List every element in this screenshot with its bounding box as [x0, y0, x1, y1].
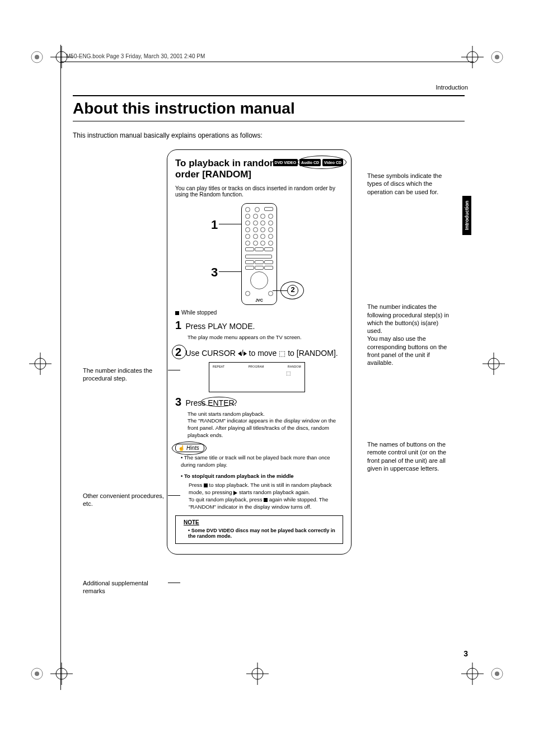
cursor-pointer-icon: ⬚ [279, 349, 285, 358]
sample-intro: You can play titles or tracks on discs i… [175, 185, 343, 198]
cursor-pointer-icon: ⬚ [286, 370, 291, 376]
step-text-1: Press PLAY MODE. [185, 322, 255, 331]
svg-point-11 [35, 672, 39, 676]
crop-mark-icon [483, 353, 505, 377]
mini-screen: REPEAT PROGRAM RANDOM ⬚ [209, 362, 305, 392]
sub-proc-title: To stop/quit random playback in the midd… [181, 473, 343, 480]
step-detail-3: The unit starts random playback. The "RA… [188, 411, 343, 439]
cursor-left-icon [238, 351, 241, 356]
step-num-3: 3 [175, 396, 181, 408]
svg-point-16 [495, 672, 499, 676]
title-rule-bottom [73, 121, 465, 121]
callout-disc-symbols: These symbols indicate the types of disc… [367, 172, 442, 195]
header-rule [60, 62, 474, 62]
frame-left-rule [60, 45, 61, 690]
callout-additional-remarks: Additional supplemental remarks [83, 580, 148, 594]
mini-tab-program: PROGRAM [249, 365, 264, 368]
sample-condition: While stopped [175, 309, 343, 316]
step-text-2: Use CURSOR / to move ⬚ to [RANDOM]. [185, 349, 338, 358]
intro-sentence: This instruction manual basically explai… [73, 132, 465, 139]
callout-proc-step: The number indicates the procedural step… [83, 367, 152, 382]
crop-mark-icon [489, 49, 505, 67]
svg-point-1 [35, 55, 39, 59]
note-title: NOTE [184, 519, 338, 525]
callout-oval-icon [172, 345, 186, 359]
mini-tab-random: RANDOM [288, 365, 301, 368]
callout-oval-icon [280, 281, 304, 299]
page-number: 3 [463, 649, 468, 658]
note-box: NOTE Some DVD VIDEO discs may not be pla… [175, 515, 343, 544]
crop-mark-icon [461, 663, 484, 687]
sub-proc-body-2: To quit random playback, press again whi… [189, 496, 343, 511]
sub-proc-body-1: Press to stop playback. The unit is stil… [189, 482, 343, 496]
remote-control-illustration: JVC [241, 203, 277, 305]
crop-mark-icon [29, 49, 45, 67]
mini-tab-repeat: REPEAT [213, 365, 224, 368]
title-rule-top [73, 95, 465, 96]
callout-other-conv: Other convenient procedures, etc. [83, 492, 164, 507]
step-detail-1: The play mode menu appears on the TV scr… [188, 334, 343, 341]
crop-mark-icon [489, 666, 505, 683]
framemark-header: M50-ENG.book Page 3 Friday, March 30, 20… [66, 53, 205, 59]
callout-button-names: The names of buttons on the remote contr… [367, 441, 446, 472]
crop-mark-icon [246, 663, 269, 687]
callout-oval-icon [201, 397, 237, 407]
remote-brand: JVC [242, 298, 277, 302]
sample-title: To playback in random order [RANDOM] [175, 158, 287, 181]
sample-operation-box: To playback in random order [RANDOM] DVD… [167, 149, 352, 555]
disc-badge-dvd: DVD VIDEO [273, 159, 298, 166]
step-num-1: 1 [175, 319, 181, 332]
crop-mark-icon [461, 46, 484, 70]
note-body: Some DVD VIDEO discs may not be played b… [188, 528, 338, 539]
page-title: About this instruction manual [73, 100, 465, 118]
remote-marker-1: 1 [211, 218, 218, 232]
stop-icon [204, 483, 208, 487]
crop-mark-icon [29, 666, 45, 683]
svg-point-6 [495, 55, 499, 59]
callout-oval-icon [172, 442, 207, 455]
hints-body: The same title or track will not be play… [181, 454, 343, 469]
remote-marker-3: 3 [211, 265, 218, 280]
crop-mark-icon [29, 353, 51, 377]
callout-oval-icon [297, 156, 346, 169]
crop-mark-icon [50, 663, 73, 687]
callout-remote-step-num: The number indicates the following proce… [367, 303, 449, 366]
